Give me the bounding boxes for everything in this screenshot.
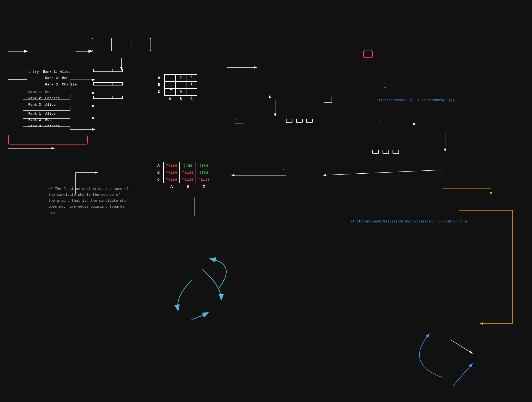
entry-text-3: Rank 1: Alice Rank 2: Bob Rank 3: Charli… (28, 111, 60, 129)
sort-pairs-label: → (378, 119, 380, 123)
struct-pair-box (363, 50, 373, 58)
array-a (92, 38, 112, 51)
array-box (92, 38, 151, 51)
entry-text-2: Rank 1: Bob Rank 2: Charlie Rank 3: Alic… (28, 89, 60, 108)
entry-text: entry: Rank 1: Alice Rank 2: Bob Rank 3:… (28, 69, 77, 88)
winner-loser-ij-box (235, 119, 243, 124)
pair-boxes-row (286, 119, 313, 124)
hc-if2: if (locked[candidate][i] && has_cycle(st… (351, 220, 469, 224)
print-desc: // The function must print the name of t… (49, 186, 129, 216)
svg-line-9 (324, 170, 442, 175)
lock-pairs-label: ← ← (283, 167, 289, 172)
array-b (112, 38, 132, 51)
ranks-table-1 (93, 69, 123, 72)
has-cycle-label: ← (351, 202, 353, 207)
page-title (0, 0, 532, 8)
record-pref-box: → (8, 135, 88, 145)
locked-table: A false true true B false false true C f… (154, 162, 212, 190)
pref-table: A 2 2 B 1 3 C 1 0 A B C (154, 74, 197, 102)
add-pairs-label: → (384, 85, 386, 90)
add-pairs-if: if(preferences[i][j] > preferences[j][i]… (377, 98, 456, 102)
ranks-table-3 (93, 96, 123, 99)
ranks-table-2 (93, 82, 123, 85)
array-c (131, 38, 151, 51)
sorted-pairs-row (372, 150, 399, 155)
